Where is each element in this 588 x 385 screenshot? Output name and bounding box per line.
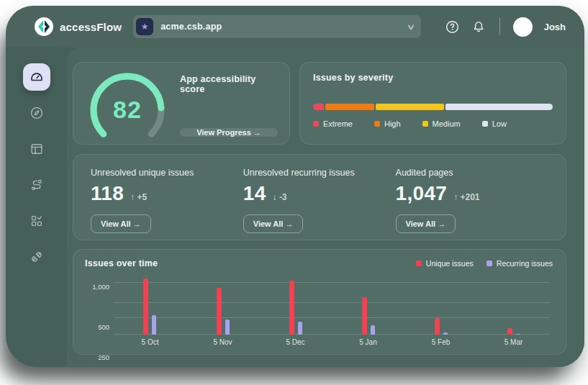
sidebar-item-pages[interactable] — [23, 135, 50, 163]
stat-delta: ↑ +5 — [130, 192, 147, 202]
bar-recurring-issues — [371, 325, 375, 335]
content: 82 App accessibility score View Progress… — [67, 47, 584, 367]
score-card-title: App accessibility score — [180, 74, 278, 94]
legend-swatch-icon — [422, 121, 428, 127]
sidebar-item-explore[interactable] — [23, 99, 50, 127]
sidebar-item-dashboard[interactable] — [23, 63, 50, 91]
avatar[interactable] — [513, 17, 533, 37]
star-badge-icon: ★ — [136, 18, 153, 35]
score-gauge: 82 — [85, 71, 170, 140]
chevron-down-icon: ∨ — [407, 22, 416, 32]
x-axis-label: 5 Jan — [359, 338, 376, 346]
severity-card: Issues by severity ExtremeHighMediumLow — [299, 62, 566, 145]
legend-swatch-icon — [374, 121, 380, 127]
bar-recurring-issues — [298, 322, 302, 335]
stats-card: Unresolved unique issues 118 ↑ +5 View A… — [73, 154, 566, 240]
legend-swatch-icon — [313, 121, 319, 127]
x-axis-label: 5 Dec — [286, 338, 304, 346]
sidebar — [6, 47, 67, 367]
topbar-actions: Josh — [445, 17, 566, 37]
legend-item-medium: Medium — [422, 119, 461, 128]
view-all-button[interactable]: View All → — [243, 214, 304, 233]
stat-value: 1,047 — [396, 182, 448, 205]
severity-card-title: Issues by severity — [313, 73, 553, 83]
arrow-up-icon: ↑ — [130, 192, 135, 202]
severity-bar — [313, 104, 553, 110]
severity-segment-medium — [376, 104, 444, 110]
site-picker-value: acme.csb.app — [160, 22, 401, 32]
stat-delta: ↓ -3 — [273, 192, 287, 202]
bar-unique-issues — [507, 328, 512, 335]
compass-icon — [30, 106, 44, 120]
y-axis-label: 250 — [86, 353, 109, 361]
stat-audited-pages: Audited pages 1,047 ↑ +201 View All → — [396, 168, 548, 227]
gridline: 250 — [114, 317, 550, 318]
stat-label: Audited pages — [396, 168, 548, 178]
issues-over-time-card: Issues over time Unique issuesRecurring … — [73, 249, 566, 355]
topbar: accessFlow ★ acme.csb.app ∨ — [6, 6, 584, 47]
body-row: 82 App accessibility score View Progress… — [6, 47, 584, 367]
x-axis-label: 5 Nov — [213, 338, 232, 346]
y-axis-label: 1,000 — [86, 283, 109, 291]
x-axis-label: 5 Oct — [142, 338, 159, 346]
user-name: Josh — [544, 22, 566, 32]
legend-item-low: Low — [482, 119, 507, 128]
bar-unique-issues — [217, 288, 222, 335]
stat-delta: ↑ +201 — [453, 192, 479, 202]
bar-unique-issues — [435, 318, 440, 335]
bar-unique-issues — [362, 297, 367, 335]
score-card: 82 App accessibility score View Progress… — [73, 62, 290, 145]
layout-icon — [30, 142, 44, 156]
help-icon[interactable] — [445, 19, 461, 35]
legend-swatch-icon — [487, 261, 492, 266]
chart-title: Issues over time — [85, 258, 158, 268]
stage: accessFlow ★ acme.csb.app ∨ — [0, 0, 588, 385]
severity-segment-high — [325, 104, 375, 110]
top-cards-row: 82 App accessibility score View Progress… — [73, 62, 566, 145]
view-all-button[interactable]: View All → — [91, 214, 151, 233]
score-card-right: App accessibility score View Progress → — [180, 71, 278, 135]
severity-segment-extreme — [313, 104, 324, 110]
gridline: 500 — [114, 302, 550, 303]
chart-x-axis: 5 Oct5 Nov5 Dec5 Jan5 Feb5 Mar — [114, 335, 550, 349]
stat-value: 118 — [91, 182, 124, 205]
sidebar-item-integrations[interactable] — [23, 243, 50, 271]
brand-name: accessFlow — [60, 21, 122, 33]
stat-label: Unresolved unique issues — [91, 168, 243, 178]
stat-value: 14 — [243, 182, 266, 205]
severity-segment-low — [445, 104, 553, 110]
chart-plot: 1,0005002500 — [114, 278, 550, 335]
x-axis-label: 5 Feb — [432, 338, 451, 346]
stat-label: Unresolved recurring issues — [243, 168, 396, 178]
view-progress-button[interactable]: View Progress → — [180, 128, 278, 137]
plug-icon — [30, 250, 44, 264]
chart-legend-item: Unique issues — [416, 259, 474, 268]
view-all-button[interactable]: View All → — [396, 214, 456, 233]
arrow-down-icon: ↓ — [273, 192, 277, 202]
sidebar-item-flows[interactable] — [23, 171, 50, 199]
arrow-up-icon: ↑ — [453, 192, 458, 202]
y-axis-label: 500 — [86, 323, 109, 331]
site-picker[interactable]: ★ acme.csb.app ∨ — [133, 15, 421, 38]
app-window: accessFlow ★ acme.csb.app ∨ — [6, 6, 584, 367]
legend-item-extreme: Extreme — [313, 119, 353, 128]
chart-header: Issues over time Unique issuesRecurring … — [85, 258, 553, 268]
chart-legend-item: Recurring issues — [487, 259, 553, 268]
checklist-icon — [30, 214, 44, 228]
chart-legend: Unique issuesRecurring issues — [416, 259, 553, 268]
bar-unique-issues — [289, 281, 294, 335]
route-icon — [30, 178, 44, 192]
legend-item-high: High — [374, 119, 401, 128]
bar-unique-issues — [143, 278, 148, 335]
bell-icon[interactable] — [471, 19, 487, 35]
bar-recurring-issues — [152, 315, 156, 335]
brand: accessFlow — [35, 17, 122, 36]
gauge-icon — [30, 70, 44, 84]
gridline: 1,000 — [114, 282, 550, 283]
bar-recurring-issues — [225, 320, 230, 335]
stat-unresolved-recurring-issues: Unresolved recurring issues 14 ↓ -3 View… — [243, 168, 396, 227]
legend-swatch-icon — [482, 121, 488, 127]
topbar-divider — [499, 18, 500, 35]
sidebar-item-audits[interactable] — [23, 207, 50, 235]
severity-legend: ExtremeHighMediumLow — [313, 119, 553, 128]
